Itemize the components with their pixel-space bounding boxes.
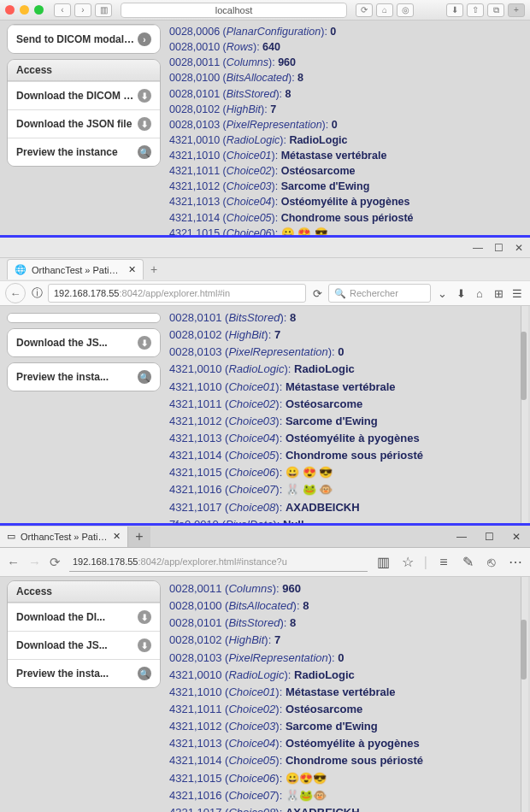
dicom-tag-row: 0028,0102 (HighBit): 7 — [169, 327, 525, 344]
dicom-tag-row: 4321,1016 (Choice07): 🐰 🐸 🐵 — [169, 481, 525, 498]
address-bar[interactable]: localhost — [121, 3, 347, 18]
search-icon: 🔍 — [138, 370, 151, 384]
back-button[interactable]: ‹ — [54, 3, 71, 17]
download-icon: ⬇ — [138, 610, 151, 624]
dicom-tag-row: 4321,1015 (Choice06): 😀😍😎 — [169, 770, 525, 787]
dicom-tag-list: 0028,0006 (PlanarConfiguration): 00028,0… — [164, 21, 530, 235]
dicom-tag-list: 0028,0101 (BitsStored): 80028,0102 (High… — [164, 306, 530, 523]
download-dicom-button[interactable]: Download the DICOM file⬇ — [8, 81, 160, 109]
download-icon: ⬇ — [138, 336, 151, 350]
minimize-icon[interactable]: — — [448, 526, 475, 548]
page-icon: ▭ — [7, 531, 15, 542]
downloads-icon[interactable]: ⬇ — [453, 285, 468, 301]
dicom-tag-row: 4321,1013 (Choice04): Ostéomyélite à pyo… — [169, 430, 525, 447]
download-json-button[interactable]: Download the JS...⬇ — [8, 631, 160, 659]
download-json-button[interactable]: Download the JSON file⬇ — [8, 109, 160, 138]
dicom-tag-row: 4321,0010 (RadioLogic): RadioLogic — [169, 361, 525, 378]
dicom-tag-list: 0028,0011 (Columns): 9600028,0100 (BitsA… — [164, 577, 530, 812]
address-bar[interactable]: 192.168.178.55:8042/app/explorer.html#in — [48, 284, 306, 303]
reload-icon[interactable]: ⟳ — [356, 3, 373, 17]
preview-instance-button[interactable]: Preview the instance🔍 — [8, 138, 160, 166]
dicom-tag-row: 0028,0101 (BitsStored): 8 — [169, 615, 525, 632]
dicom-tag-row: 4321,1013 (Choice04): Ostéomyélite à pyo… — [169, 194, 525, 209]
chevron-right-icon: › — [138, 32, 151, 46]
dicom-tag-row: 4321,1017 (Choice08): AXADBEICKH — [169, 499, 525, 516]
send-dicom-button[interactable]: Send to DICOM modality› — [8, 25, 160, 53]
browser-tab[interactable]: ▭ OrthancTest » Patient » ✕ — [0, 527, 128, 547]
reload-icon[interactable]: ⟳ — [309, 285, 325, 301]
close-tab-icon[interactable]: ✕ — [113, 531, 121, 542]
dicom-tag-row: 0028,0103 (PixelRepresentation): 0 — [169, 650, 525, 667]
dicom-tag-row: 0028,0102 (HighBit): 7 — [169, 632, 525, 649]
info-icon[interactable]: ⓘ — [29, 285, 44, 301]
scrollbar[interactable] — [521, 306, 528, 523]
back-button[interactable]: ← — [7, 555, 20, 569]
dicom-tag-row: 4321,0010 (RadioLogic): RadioLogic — [169, 132, 525, 148]
maximize-icon[interactable] — [34, 5, 44, 15]
menu-icon[interactable]: ⋯ — [508, 554, 523, 570]
share-icon[interactable]: ⇧ — [467, 3, 484, 17]
dicom-tag-row: 0028,0103 (PixelRepresentation): 0 — [169, 117, 525, 132]
favorite-icon[interactable]: ☆ — [400, 554, 415, 570]
dicom-tag-row: 4321,1012 (Choice03): Sarcome d'Ewing — [169, 413, 525, 430]
download-icon: ⬇ — [138, 638, 151, 652]
back-button[interactable]: ← — [5, 283, 26, 303]
close-tab-icon[interactable]: ✕ — [128, 264, 136, 275]
dicom-tag-row: 4321,1012 (Choice03): Sarcome d'Ewing — [169, 179, 525, 194]
reading-icon[interactable]: ▥ — [376, 554, 392, 570]
minimize-icon[interactable] — [20, 5, 29, 15]
preview-instance-button[interactable]: Preview the insta...🔍 — [8, 659, 160, 687]
forward-button[interactable]: → — [28, 555, 41, 569]
dicom-tag-row: 4321,1014 (Choice05): Chondrome sous pér… — [169, 210, 525, 226]
download-dicom-button[interactable]: Download the DI...⬇ — [8, 603, 160, 631]
download-icon: ⬇ — [138, 117, 151, 131]
pocket-icon[interactable]: ⌄ — [434, 285, 450, 301]
close-icon[interactable] — [5, 5, 15, 15]
new-tab-button[interactable]: + — [128, 527, 150, 547]
dicom-tag-row: 4321,1010 (Choice01): Métastase vertébra… — [169, 379, 525, 396]
dicom-tag-row: 4321,1011 (Choice02): Ostéosarcome — [169, 396, 525, 413]
maximize-icon[interactable]: ☐ — [475, 526, 503, 548]
sidebar-toggle-icon[interactable]: ▥ — [95, 3, 112, 17]
browser-tab[interactable]: 🌐 OrthancTest » Patient » Study ... ✕ — [7, 259, 144, 279]
search-input[interactable]: 🔍 Rechercher — [328, 284, 431, 303]
new-tab-button[interactable]: + — [150, 262, 157, 276]
maximize-icon[interactable]: ☐ — [492, 242, 504, 254]
search-icon: 🔍 — [334, 288, 346, 299]
access-header: Access — [8, 60, 160, 81]
dicom-tag-row: 4321,1013 (Choice04): Ostéomyélite à pyo… — [169, 735, 525, 752]
dicom-tag-row: 4321,1010 (Choice01): Métastase vertébra… — [169, 684, 525, 701]
dicom-tag-row: 0028,0101 (BitsStored): 8 — [169, 309, 525, 327]
dicom-tag-row: 0028,0101 (BitsStored): 8 — [169, 86, 525, 102]
download-json-button[interactable]: Download the JS...⬇ — [8, 329, 160, 356]
dicom-tag-row: 4321,1015 (Choice06): 😀 😍 😎 — [169, 226, 525, 235]
menu-icon[interactable]: ☰ — [509, 285, 525, 301]
preview-instance-button[interactable]: Preview the insta...🔍 — [8, 363, 160, 391]
new-tab-button[interactable]: + — [508, 3, 525, 17]
partial-item[interactable] — [8, 314, 160, 322]
access-header: Access — [8, 581, 160, 603]
forward-button[interactable]: › — [74, 3, 91, 17]
library-icon[interactable]: ⊞ — [491, 285, 506, 301]
dicom-tag-row: 7fe0,0010 (PixelData): Null — [169, 516, 525, 523]
home-icon[interactable]: ⌂ — [376, 3, 393, 17]
tabs-icon[interactable]: ⧉ — [487, 3, 504, 17]
notes-icon[interactable]: ✎ — [460, 554, 475, 570]
dicom-tag-row: 4321,1011 (Choice02): Ostéosarcome — [169, 163, 525, 179]
share-icon[interactable]: ⎋ — [484, 555, 499, 570]
hub-icon[interactable]: ≡ — [436, 555, 451, 570]
close-icon[interactable]: ✕ — [513, 242, 525, 254]
home-icon[interactable]: ⌂ — [472, 285, 487, 301]
scrollbar[interactable] — [521, 577, 528, 812]
dicom-tag-row: 0028,0011 (Columns): 960 — [169, 55, 525, 70]
downloads-icon[interactable]: ⬇ — [446, 3, 463, 17]
reader-icon[interactable]: ◎ — [397, 3, 414, 17]
close-icon[interactable]: ✕ — [503, 526, 530, 548]
download-icon: ⬇ — [138, 89, 151, 103]
minimize-icon[interactable]: — — [472, 242, 484, 254]
dicom-tag-row: 4321,1016 (Choice07): 🐰🐸🐵 — [169, 787, 525, 804]
dicom-tag-row: 4321,0010 (RadioLogic): RadioLogic — [169, 667, 525, 684]
address-bar[interactable]: 192.168.178.55:8042/app/explorer.html#in… — [69, 553, 368, 572]
reload-icon[interactable]: ⟳ — [50, 555, 61, 570]
search-icon: 🔍 — [138, 145, 151, 159]
